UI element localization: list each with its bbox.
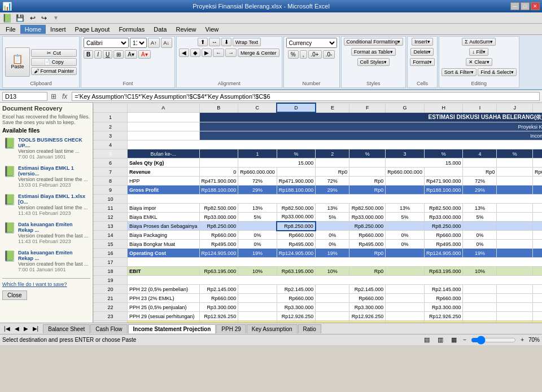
menu-formulas[interactable]: Formulas [114, 25, 149, 34]
r11-v3[interactable]: Rp82.500.000 [424, 204, 463, 213]
col-D[interactable]: D [277, 103, 316, 112]
r23-p2[interactable] [386, 312, 425, 321]
find-select-button[interactable]: Find & Select▾ [478, 68, 517, 76]
r9-p1[interactable]: 29% [316, 186, 349, 195]
format-painter-button[interactable]: 🖌 Format Painter [31, 67, 77, 75]
r13-p3[interactable] [463, 222, 497, 231]
name-box[interactable]: D13 [2, 92, 47, 101]
r18-p4[interactable] [533, 267, 542, 276]
r12-label[interactable]: Biaya EMKL [128, 213, 200, 222]
r7-v3[interactable]: Rp660.000.000 [386, 168, 425, 177]
r9-p4[interactable] [533, 186, 542, 195]
r12-p4[interactable] [533, 213, 542, 222]
r20-p2[interactable] [386, 285, 425, 294]
menu-data[interactable]: Data [149, 25, 171, 34]
tab-balance-sheet[interactable]: Balance Sheet [43, 324, 90, 333]
r21-p4[interactable] [533, 294, 542, 303]
view-page-break-button[interactable]: ▦ [449, 336, 458, 344]
col-B[interactable]: B [199, 103, 238, 112]
r8-pg[interactable] [386, 177, 425, 186]
r15-p1[interactable]: 0% [316, 240, 349, 249]
font-grow-button[interactable]: A↑ [148, 38, 160, 48]
window-controls[interactable]: ─ □ ✕ [510, 2, 540, 10]
r12-v2[interactable]: Rp33.000.000 [349, 213, 386, 222]
r24-v4[interactable] [497, 321, 533, 323]
tab-pph29[interactable]: PPH 29 [216, 324, 246, 333]
zoom-level[interactable]: 70% [528, 337, 540, 343]
font-shrink-button[interactable]: A↓ [161, 38, 173, 48]
which-file-link[interactable]: Which file do I want to save? [2, 281, 67, 287]
font-name-select[interactable]: Calibri [84, 38, 129, 48]
r13-v4[interactable] [497, 222, 533, 231]
r21-v1[interactable]: Rp660.000 [277, 294, 316, 303]
r7-v1[interactable]: Rp660.000.000 [238, 168, 277, 177]
col-H[interactable]: H [424, 103, 463, 112]
menu-review[interactable]: Review [171, 25, 200, 34]
r14-v0[interactable]: Rp660.000 [199, 231, 238, 240]
r6-v5[interactable]: 15.000 [533, 158, 542, 168]
italic-button[interactable]: I [94, 50, 102, 59]
r13-p2[interactable] [386, 222, 425, 231]
bold-button[interactable]: B [84, 50, 93, 59]
tab-cash-flow[interactable]: Cash Flow [90, 324, 127, 333]
r13-v0[interactable]: Rp8.250.000 [199, 222, 238, 231]
font-size-select[interactable]: 11 [130, 38, 147, 48]
r11-v2[interactable]: Rp82.500.000 [349, 204, 386, 213]
r21-label[interactable]: PPH 23 (2% EMKL) [128, 294, 200, 303]
r14-v2[interactable]: Rp660.000 [349, 231, 386, 240]
r6-c2[interactable] [199, 158, 238, 168]
align-bottom-button[interactable]: ⬇ [221, 38, 231, 46]
sort-filter-button[interactable]: Sort & Filter▾ [442, 68, 477, 76]
format-cells-button[interactable]: Format▾ [410, 58, 435, 66]
r24-v1[interactable]: Rp19.031.250 [277, 321, 316, 323]
r11-p0[interactable]: 13% [238, 204, 277, 213]
r9-v1[interactable]: Rp188.100.000 [277, 186, 316, 195]
r15-v4[interactable] [497, 240, 533, 249]
r16-v0[interactable]: Rp124.905.000 [199, 249, 238, 258]
align-left-button[interactable]: ◀ [179, 49, 189, 57]
r15-p2[interactable]: 0% [386, 240, 425, 249]
col-E[interactable]: E [316, 103, 349, 112]
r20-v0[interactable]: Rp2.145.000 [199, 285, 238, 294]
r11-p2[interactable]: 13% [386, 204, 425, 213]
r16-v1[interactable]: Rp124.905.000 [277, 249, 316, 258]
delete-cells-button[interactable]: Delete▾ [410, 48, 434, 56]
r21-p1[interactable] [316, 294, 349, 303]
r9-label[interactable]: Gross Profit [128, 186, 200, 195]
r18-p0[interactable]: 10% [238, 267, 277, 276]
r2c1[interactable] [128, 122, 200, 131]
r7-p2[interactable] [349, 168, 386, 177]
r23-v4[interactable] [497, 312, 533, 321]
dropdown-arrow-icon[interactable]: ▼ [53, 15, 59, 21]
autosum-button[interactable]: Σ AutoSum▾ [462, 38, 496, 46]
quick-save-button[interactable]: 💾 [14, 14, 26, 23]
r7-label[interactable]: Revenue [128, 168, 200, 177]
r21-p3[interactable] [463, 294, 497, 303]
r11-p3[interactable]: 13% [463, 204, 497, 213]
r4[interactable] [128, 140, 543, 149]
r7-p1[interactable] [277, 168, 316, 177]
r3c1[interactable] [128, 131, 200, 140]
border-button[interactable]: ⊞ [113, 50, 124, 59]
r8-p4[interactable] [533, 177, 542, 186]
r18-rp0[interactable]: Rp0 [349, 267, 386, 276]
menu-insert[interactable]: Insert [46, 25, 71, 34]
r13-v2[interactable]: Rp8.250.000 [349, 222, 386, 231]
r9-v3[interactable]: Rp188.100.000 [424, 186, 463, 195]
r22-p4[interactable] [533, 303, 542, 312]
r20-v4[interactable] [497, 285, 533, 294]
r20-p4[interactable] [533, 285, 542, 294]
r8-p3[interactable]: 72% [463, 177, 497, 186]
r16-v4[interactable] [497, 249, 533, 258]
r18-label[interactable]: EBIT [128, 267, 200, 276]
r12-v3[interactable]: Rp33.000.000 [424, 213, 463, 222]
r24-p2[interactable]: 3% [386, 321, 425, 323]
paste-button[interactable]: 📋 Paste [5, 47, 30, 77]
r11-label[interactable]: Biaya impor [128, 204, 200, 213]
r15-label[interactable]: Biaya Bongkar Muat [128, 240, 200, 249]
spreadsheet[interactable]: A B C D E F G H I J K L M N O [93, 103, 542, 323]
r16-p4[interactable] [533, 249, 542, 258]
r13-p1[interactable] [316, 222, 349, 231]
r24-p0[interactable]: 3% [238, 321, 277, 323]
cut-button[interactable]: ✂ Cut [31, 49, 77, 57]
